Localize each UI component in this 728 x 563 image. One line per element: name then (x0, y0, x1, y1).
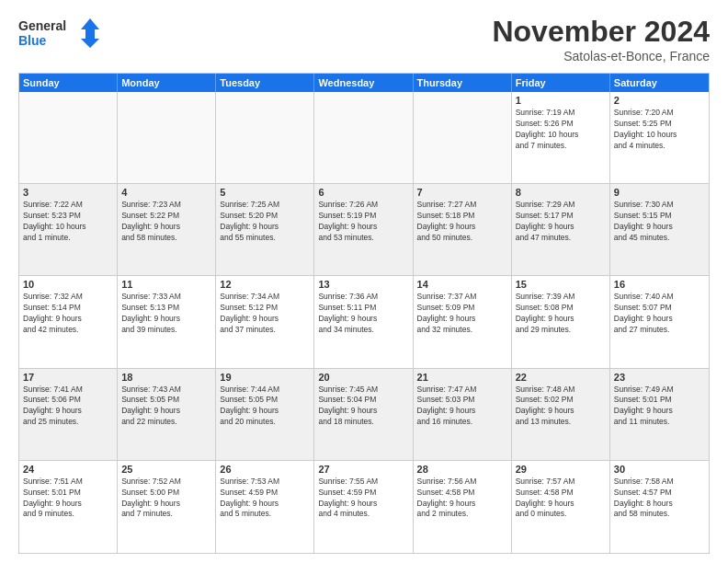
day-cell-4: 4Sunrise: 7:23 AMSunset: 5:22 PMDaylight… (118, 184, 216, 275)
day-cell-9: 9Sunrise: 7:30 AMSunset: 5:15 PMDaylight… (610, 184, 709, 275)
day-info: Sunrise: 7:30 AMSunset: 5:15 PMDaylight:… (614, 200, 705, 244)
day-info: Sunrise: 7:27 AMSunset: 5:18 PMDaylight:… (417, 200, 507, 244)
day-cell-29: 29Sunrise: 7:57 AMSunset: 4:58 PMDayligh… (512, 461, 610, 553)
day-number: 29 (516, 464, 606, 475)
day-info: Sunrise: 7:39 AMSunset: 5:08 PMDaylight:… (516, 292, 606, 336)
empty-cell (414, 92, 512, 183)
day-number: 21 (417, 372, 507, 383)
header-day-monday: Monday (118, 74, 216, 92)
day-cell-26: 26Sunrise: 7:53 AMSunset: 4:59 PMDayligh… (216, 461, 314, 553)
title-block: November 2024 Satolas-et-Bonce, France (492, 15, 710, 63)
day-cell-14: 14Sunrise: 7:37 AMSunset: 5:09 PMDayligh… (414, 276, 512, 367)
day-number: 8 (516, 187, 606, 198)
day-info: Sunrise: 7:55 AMSunset: 4:59 PMDaylight:… (318, 477, 408, 521)
day-number: 11 (121, 279, 211, 290)
day-info: Sunrise: 7:33 AMSunset: 5:13 PMDaylight:… (121, 292, 211, 336)
day-info: Sunrise: 7:41 AMSunset: 5:06 PMDaylight:… (23, 385, 113, 429)
page-header: General Blue November 2024 Satolas-et-Bo… (18, 15, 710, 63)
day-cell-19: 19Sunrise: 7:44 AMSunset: 5:05 PMDayligh… (216, 369, 314, 460)
calendar: SundayMondayTuesdayWednesdayThursdayFrid… (18, 73, 710, 554)
day-info: Sunrise: 7:52 AMSunset: 5:00 PMDaylight:… (121, 477, 211, 521)
logo: General Blue (18, 15, 101, 52)
day-cell-3: 3Sunrise: 7:22 AMSunset: 5:23 PMDaylight… (19, 184, 118, 275)
day-cell-13: 13Sunrise: 7:36 AMSunset: 5:11 PMDayligh… (314, 276, 413, 367)
day-info: Sunrise: 7:20 AMSunset: 5:25 PMDaylight:… (614, 108, 705, 152)
day-number: 1 (516, 95, 606, 106)
month-title: November 2024 (492, 15, 710, 49)
day-number: 12 (220, 279, 310, 290)
day-info: Sunrise: 7:44 AMSunset: 5:05 PMDaylight:… (220, 385, 310, 429)
day-number: 13 (318, 279, 408, 290)
day-info: Sunrise: 7:34 AMSunset: 5:12 PMDaylight:… (220, 292, 310, 336)
day-number: 2 (614, 95, 705, 106)
day-number: 20 (318, 372, 408, 383)
day-number: 5 (220, 187, 310, 198)
day-number: 9 (614, 187, 705, 198)
header-day-wednesday: Wednesday (314, 74, 413, 92)
day-info: Sunrise: 7:57 AMSunset: 4:58 PMDaylight:… (516, 477, 606, 521)
header-day-sunday: Sunday (19, 74, 118, 92)
day-cell-11: 11Sunrise: 7:33 AMSunset: 5:13 PMDayligh… (118, 276, 216, 367)
day-info: Sunrise: 7:58 AMSunset: 4:57 PMDaylight:… (614, 477, 705, 521)
day-info: Sunrise: 7:40 AMSunset: 5:07 PMDaylight:… (614, 292, 705, 336)
day-number: 24 (23, 464, 113, 475)
day-number: 19 (220, 372, 310, 383)
day-cell-8: 8Sunrise: 7:29 AMSunset: 5:17 PMDaylight… (512, 184, 610, 275)
day-cell-7: 7Sunrise: 7:27 AMSunset: 5:18 PMDaylight… (414, 184, 512, 275)
day-number: 4 (121, 187, 211, 198)
day-cell-17: 17Sunrise: 7:41 AMSunset: 5:06 PMDayligh… (19, 369, 118, 460)
calendar-week-0: 1Sunrise: 7:19 AMSunset: 5:26 PMDaylight… (19, 92, 709, 184)
day-info: Sunrise: 7:32 AMSunset: 5:14 PMDaylight:… (23, 292, 113, 336)
day-number: 18 (121, 372, 211, 383)
day-number: 27 (318, 464, 408, 475)
day-cell-20: 20Sunrise: 7:45 AMSunset: 5:04 PMDayligh… (314, 369, 413, 460)
day-cell-21: 21Sunrise: 7:47 AMSunset: 5:03 PMDayligh… (414, 369, 512, 460)
day-info: Sunrise: 7:37 AMSunset: 5:09 PMDaylight:… (417, 292, 507, 336)
day-info: Sunrise: 7:51 AMSunset: 5:01 PMDaylight:… (23, 477, 113, 521)
day-number: 7 (417, 187, 507, 198)
empty-cell (216, 92, 314, 183)
day-cell-18: 18Sunrise: 7:43 AMSunset: 5:05 PMDayligh… (118, 369, 216, 460)
header-day-friday: Friday (512, 74, 610, 92)
empty-cell (314, 92, 413, 183)
day-number: 16 (614, 279, 705, 290)
day-info: Sunrise: 7:45 AMSunset: 5:04 PMDaylight:… (318, 385, 408, 429)
day-cell-22: 22Sunrise: 7:48 AMSunset: 5:02 PMDayligh… (512, 369, 610, 460)
day-number: 15 (516, 279, 606, 290)
day-info: Sunrise: 7:23 AMSunset: 5:22 PMDaylight:… (121, 200, 211, 244)
day-info: Sunrise: 7:22 AMSunset: 5:23 PMDaylight:… (23, 200, 113, 244)
svg-text:Blue: Blue (18, 33, 47, 48)
day-number: 17 (23, 372, 113, 383)
day-info: Sunrise: 7:19 AMSunset: 5:26 PMDaylight:… (516, 108, 606, 152)
svg-text:General: General (18, 18, 66, 33)
day-info: Sunrise: 7:36 AMSunset: 5:11 PMDaylight:… (318, 292, 408, 336)
day-cell-2: 2Sunrise: 7:20 AMSunset: 5:25 PMDaylight… (610, 92, 709, 183)
logo-svg: General Blue (18, 15, 101, 52)
day-info: Sunrise: 7:48 AMSunset: 5:02 PMDaylight:… (516, 385, 606, 429)
day-cell-6: 6Sunrise: 7:26 AMSunset: 5:19 PMDaylight… (314, 184, 413, 275)
day-number: 25 (121, 464, 211, 475)
day-cell-28: 28Sunrise: 7:56 AMSunset: 4:58 PMDayligh… (414, 461, 512, 553)
day-info: Sunrise: 7:25 AMSunset: 5:20 PMDaylight:… (220, 200, 310, 244)
day-info: Sunrise: 7:56 AMSunset: 4:58 PMDaylight:… (417, 477, 507, 521)
day-cell-25: 25Sunrise: 7:52 AMSunset: 5:00 PMDayligh… (118, 461, 216, 553)
day-cell-27: 27Sunrise: 7:55 AMSunset: 4:59 PMDayligh… (314, 461, 413, 553)
day-number: 26 (220, 464, 310, 475)
day-number: 6 (318, 187, 408, 198)
day-number: 3 (23, 187, 113, 198)
day-number: 30 (614, 464, 705, 475)
calendar-week-2: 10Sunrise: 7:32 AMSunset: 5:14 PMDayligh… (19, 276, 709, 368)
day-cell-12: 12Sunrise: 7:34 AMSunset: 5:12 PMDayligh… (216, 276, 314, 367)
day-info: Sunrise: 7:49 AMSunset: 5:01 PMDaylight:… (614, 385, 705, 429)
calendar-week-4: 24Sunrise: 7:51 AMSunset: 5:01 PMDayligh… (19, 461, 709, 553)
day-info: Sunrise: 7:26 AMSunset: 5:19 PMDaylight:… (318, 200, 408, 244)
calendar-header: SundayMondayTuesdayWednesdayThursdayFrid… (19, 74, 709, 92)
location: Satolas-et-Bonce, France (492, 49, 710, 63)
day-info: Sunrise: 7:53 AMSunset: 4:59 PMDaylight:… (220, 477, 310, 521)
calendar-week-3: 17Sunrise: 7:41 AMSunset: 5:06 PMDayligh… (19, 369, 709, 461)
day-cell-1: 1Sunrise: 7:19 AMSunset: 5:26 PMDaylight… (512, 92, 610, 183)
header-day-saturday: Saturday (610, 74, 709, 92)
day-cell-16: 16Sunrise: 7:40 AMSunset: 5:07 PMDayligh… (610, 276, 709, 367)
calendar-body: 1Sunrise: 7:19 AMSunset: 5:26 PMDaylight… (19, 92, 709, 553)
empty-cell (19, 92, 118, 183)
